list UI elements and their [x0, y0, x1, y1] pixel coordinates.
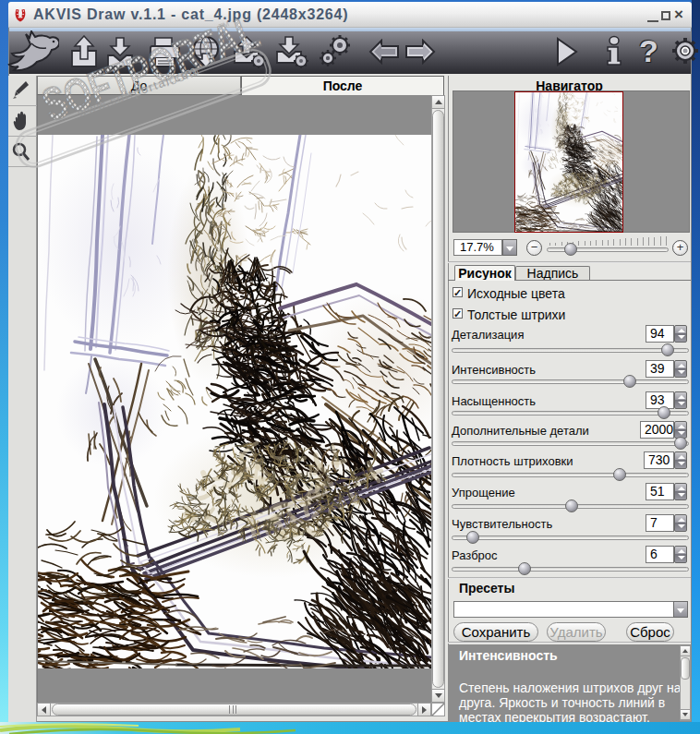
svg-text:SOFTPORTAL: SOFTPORTAL — [35, 5, 265, 130]
